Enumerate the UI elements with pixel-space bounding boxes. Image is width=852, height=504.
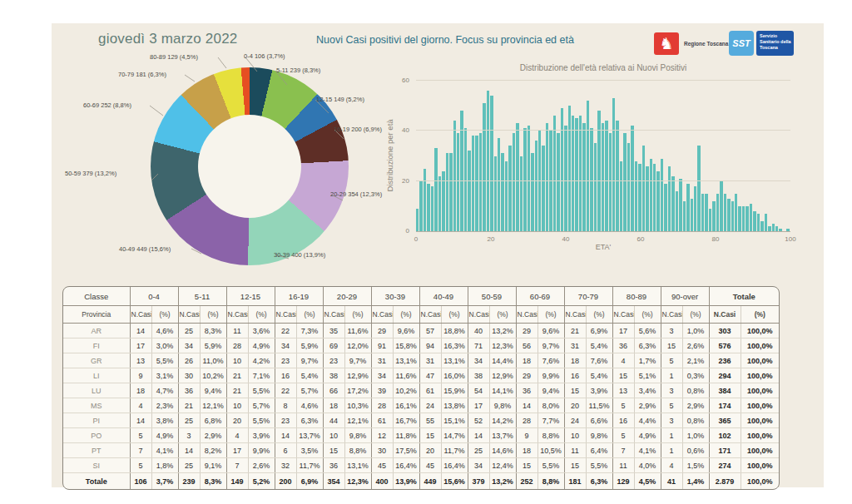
bar-age-40[interactable] bbox=[564, 126, 567, 231]
table-cell: 129 bbox=[612, 473, 634, 490]
bar-age-3[interactable] bbox=[427, 184, 429, 231]
bar-age-30[interactable] bbox=[528, 126, 530, 231]
bar-age-0[interactable] bbox=[416, 209, 419, 231]
bar-age-8[interactable] bbox=[446, 153, 448, 231]
bar-age-56[interactable] bbox=[623, 133, 626, 231]
bar-age-87[interactable] bbox=[738, 206, 741, 231]
bar-age-41[interactable] bbox=[568, 106, 571, 231]
bar-age-81[interactable] bbox=[716, 194, 719, 231]
bar-age-91[interactable] bbox=[753, 211, 755, 231]
table-cell: 9,8% bbox=[586, 428, 612, 443]
bar-age-19[interactable] bbox=[487, 91, 489, 231]
bar-age-83[interactable] bbox=[724, 194, 726, 231]
bar-age-48[interactable] bbox=[594, 143, 597, 231]
age-histogram-chart[interactable] bbox=[416, 81, 790, 231]
row-label: GR bbox=[63, 353, 130, 368]
bar-age-46[interactable] bbox=[587, 101, 589, 231]
bar-age-71[interactable] bbox=[679, 179, 681, 231]
bar-age-2[interactable] bbox=[424, 169, 426, 231]
bar-age-59[interactable] bbox=[635, 161, 637, 231]
bar-age-69[interactable] bbox=[671, 176, 674, 231]
bar-age-12[interactable] bbox=[460, 111, 463, 231]
bar-age-54[interactable] bbox=[616, 121, 618, 231]
bar-age-50[interactable] bbox=[602, 123, 604, 231]
bar-age-66[interactable] bbox=[661, 159, 663, 231]
bar-age-37[interactable] bbox=[553, 116, 556, 231]
bar-age-77[interactable] bbox=[701, 194, 704, 231]
bar-age-36[interactable] bbox=[549, 131, 552, 231]
bar-age-33[interactable] bbox=[538, 131, 541, 231]
bar-age-86[interactable] bbox=[735, 194, 737, 231]
bar-age-92[interactable] bbox=[757, 214, 760, 231]
bar-age-96[interactable] bbox=[772, 224, 775, 231]
bar-age-6[interactable] bbox=[438, 176, 441, 231]
bar-age-35[interactable] bbox=[546, 123, 548, 231]
bar-age-73[interactable] bbox=[686, 184, 689, 231]
bar-age-93[interactable] bbox=[760, 221, 763, 231]
bar-age-38[interactable] bbox=[557, 133, 559, 231]
bar-age-76[interactable] bbox=[697, 146, 700, 231]
bar-age-10[interactable] bbox=[453, 121, 456, 231]
bar-age-85[interactable] bbox=[731, 201, 734, 231]
bar-age-11[interactable] bbox=[457, 133, 459, 231]
bars-container[interactable] bbox=[416, 81, 790, 231]
subheader-ncasi: N.Casi bbox=[612, 306, 634, 324]
bar-age-28[interactable] bbox=[520, 156, 523, 232]
bar-age-55[interactable] bbox=[620, 161, 622, 231]
bar-age-34[interactable] bbox=[542, 146, 544, 231]
bar-age-49[interactable] bbox=[597, 111, 600, 231]
bar-age-60[interactable] bbox=[638, 164, 641, 231]
table-cell: 4 bbox=[130, 398, 151, 413]
bar-age-52[interactable] bbox=[609, 133, 612, 231]
bar-age-88[interactable] bbox=[742, 206, 745, 231]
bar-age-25[interactable] bbox=[508, 146, 511, 231]
bar-age-22[interactable] bbox=[498, 138, 500, 231]
bar-age-17[interactable] bbox=[479, 133, 482, 231]
bar-age-16[interactable] bbox=[475, 136, 478, 231]
bar-age-51[interactable] bbox=[605, 121, 607, 231]
bar-age-4[interactable] bbox=[431, 186, 433, 231]
bar-age-80[interactable] bbox=[712, 201, 715, 231]
table-cell: 379 bbox=[468, 473, 489, 490]
table-cell: 15 bbox=[564, 458, 586, 473]
bar-age-43[interactable] bbox=[575, 118, 577, 231]
bar-age-21[interactable] bbox=[494, 156, 497, 232]
bar-age-57[interactable] bbox=[627, 143, 630, 231]
bar-age-62[interactable] bbox=[646, 166, 648, 231]
bar-age-44[interactable] bbox=[579, 116, 582, 231]
bar-age-78[interactable] bbox=[705, 194, 707, 231]
bar-age-26[interactable] bbox=[513, 133, 515, 231]
bar-age-9[interactable] bbox=[449, 153, 452, 231]
bar-age-1[interactable] bbox=[419, 181, 422, 231]
bar-age-24[interactable] bbox=[505, 161, 508, 231]
bar-age-53[interactable] bbox=[612, 98, 615, 231]
bar-age-18[interactable] bbox=[483, 103, 485, 231]
bar-age-90[interactable] bbox=[750, 204, 752, 231]
bar-age-68[interactable] bbox=[668, 166, 671, 231]
bar-age-31[interactable] bbox=[531, 153, 533, 231]
bar-age-72[interactable] bbox=[683, 201, 686, 231]
bar-age-14[interactable] bbox=[468, 151, 470, 231]
bar-age-42[interactable] bbox=[572, 116, 574, 231]
bar-age-79[interactable] bbox=[709, 209, 711, 231]
bar-age-70[interactable] bbox=[676, 191, 678, 231]
bar-age-27[interactable] bbox=[516, 123, 518, 231]
bar-age-75[interactable] bbox=[694, 186, 696, 231]
bar-age-89[interactable] bbox=[746, 206, 748, 231]
bar-age-45[interactable] bbox=[582, 123, 585, 231]
bar-age-32[interactable] bbox=[535, 141, 537, 231]
bar-age-23[interactable] bbox=[501, 153, 503, 231]
bar-age-63[interactable] bbox=[650, 159, 652, 231]
bar-age-61[interactable] bbox=[642, 146, 645, 231]
bar-age-84[interactable] bbox=[727, 199, 730, 231]
bar-age-15[interactable] bbox=[472, 136, 474, 231]
bar-age-39[interactable] bbox=[561, 108, 563, 231]
bar-age-67[interactable] bbox=[664, 184, 666, 231]
bar-age-82[interactable] bbox=[720, 181, 722, 231]
bar-age-58[interactable] bbox=[631, 126, 633, 231]
bar-age-94[interactable] bbox=[765, 214, 767, 231]
bar-age-5[interactable] bbox=[434, 148, 437, 231]
bar-age-64[interactable] bbox=[653, 164, 656, 231]
bar-age-20[interactable] bbox=[490, 96, 493, 231]
bar-age-74[interactable] bbox=[691, 199, 693, 231]
